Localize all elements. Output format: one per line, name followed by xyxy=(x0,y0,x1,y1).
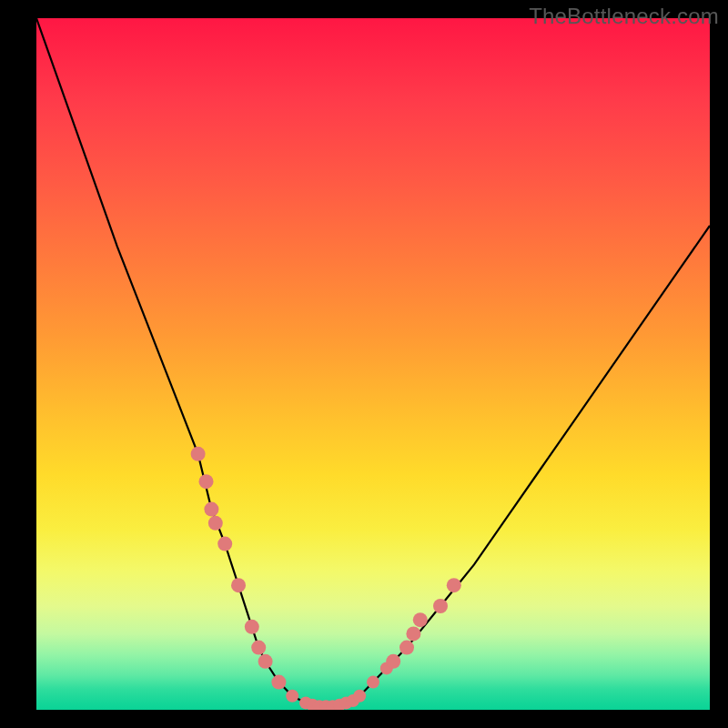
svg-point-20 xyxy=(367,676,379,689)
svg-point-1 xyxy=(199,474,214,489)
svg-point-0 xyxy=(191,447,206,461)
left-cluster-dots xyxy=(191,447,287,690)
svg-point-24 xyxy=(406,626,420,641)
right-cluster-dots xyxy=(386,578,461,669)
svg-point-23 xyxy=(399,641,414,655)
svg-point-5 xyxy=(231,578,246,592)
svg-point-3 xyxy=(208,516,223,531)
svg-point-25 xyxy=(413,612,428,627)
svg-point-2 xyxy=(204,502,218,517)
svg-point-19 xyxy=(353,690,366,703)
svg-point-9 xyxy=(271,675,286,690)
svg-point-7 xyxy=(251,641,266,655)
bottom-cluster-dots xyxy=(286,662,393,710)
svg-point-4 xyxy=(217,537,232,551)
plot-area xyxy=(36,18,710,710)
svg-point-27 xyxy=(447,578,461,592)
watermark-text: TheBottleneck.com xyxy=(529,4,719,29)
curve-layer xyxy=(36,18,710,710)
svg-point-6 xyxy=(245,620,259,634)
svg-point-8 xyxy=(258,654,273,669)
svg-point-10 xyxy=(286,690,298,703)
chart-frame: TheBottleneck.com xyxy=(0,0,728,728)
bottleneck-curve xyxy=(36,18,710,706)
svg-point-22 xyxy=(386,654,400,669)
svg-point-26 xyxy=(433,599,448,613)
